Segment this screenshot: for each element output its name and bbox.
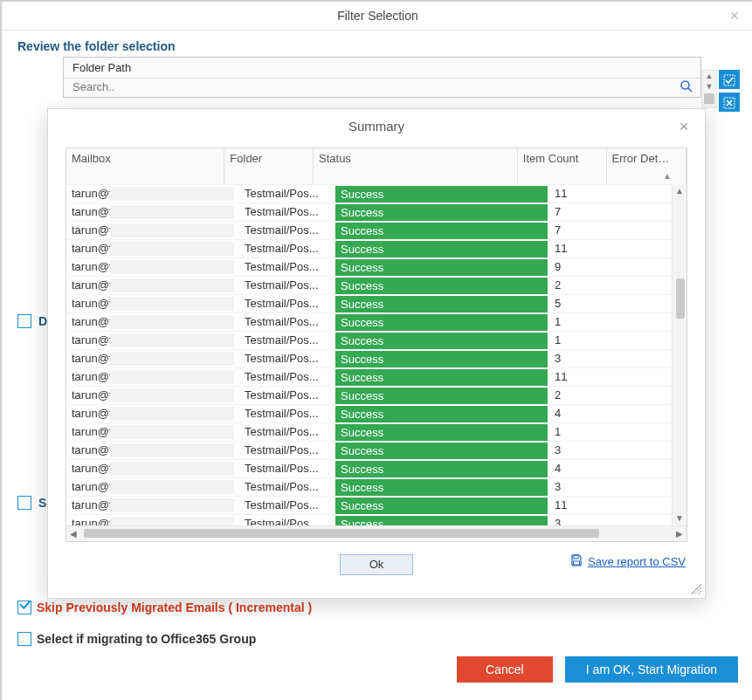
- status-badge: Success: [335, 388, 548, 404]
- summary-modal: Summary × Mailbox Folder Status Item Cou…: [47, 108, 706, 599]
- window-title: Filter Selection: [337, 9, 418, 23]
- office365-group-label: Select if migrating to Office365 Group: [37, 632, 256, 646]
- mailbox-prefix: tarun@f: [72, 258, 112, 276]
- status-badge: Success: [335, 498, 548, 514]
- cell-folder: Testmail/Pos...: [239, 477, 335, 496]
- side-toggle-buttons: [719, 70, 740, 115]
- checkbox-d[interactable]: [17, 314, 31, 328]
- save-report-csv-link[interactable]: Save report to CSV: [570, 554, 686, 569]
- cell-status: Success: [335, 422, 549, 441]
- table-row[interactable]: tarun@fTestmail/Pos...Success4: [66, 459, 686, 477]
- select-all-button[interactable]: [719, 70, 740, 89]
- table-row[interactable]: tarun@fTestmail/Pos...Success7: [66, 202, 686, 221]
- status-badge: Success: [335, 204, 548, 221]
- table-row[interactable]: tarun@fTestmail/Pos...Success2: [66, 276, 686, 294]
- cell-mailbox: tarun@f: [66, 496, 239, 514]
- table-row[interactable]: tarun@fTestmail/Pos...Success11: [66, 496, 686, 514]
- table-row[interactable]: tarun@fTestmail/Pos...Success11: [66, 239, 686, 257]
- table-row[interactable]: tarun@fTestmail/Pos...Success11: [66, 367, 686, 386]
- mailbox-redacted: [110, 517, 234, 525]
- cell-status: Success: [335, 441, 549, 459]
- table-row[interactable]: tarun@fTestmail/Pos...Success2: [66, 386, 686, 404]
- option-s-label: S: [38, 496, 46, 510]
- start-migration-button[interactable]: I am OK, Start Migration: [565, 656, 738, 683]
- scroll-down-icon[interactable]: ▼: [673, 511, 686, 525]
- table-row[interactable]: tarun@fTestmail/Pos...Success3: [66, 477, 686, 496]
- cell-mailbox: tarun@f: [66, 367, 239, 386]
- summary-grid: Mailbox Folder Status Item Count Error D…: [66, 148, 687, 542]
- mailbox-prefix: tarun@f: [72, 313, 112, 331]
- checkbox-office365-group[interactable]: [17, 632, 31, 646]
- mailbox-redacted: [110, 297, 234, 311]
- col-header-item-count[interactable]: Item Count: [518, 148, 607, 184]
- cell-status: Success: [335, 276, 549, 294]
- option-row-d[interactable]: D: [17, 314, 47, 328]
- save-report-csv-label: Save report to CSV: [588, 555, 686, 568]
- summary-close-button[interactable]: ×: [673, 109, 694, 144]
- table-row[interactable]: tarun@fTestmail/Pos...Success3: [66, 441, 686, 459]
- cell-status: Success: [335, 477, 549, 496]
- grid-body: tarun@fTestmail/Pos...Success11tarun@fTe…: [66, 184, 686, 525]
- cancel-button[interactable]: Cancel: [457, 656, 553, 683]
- cell-item-count: 3: [549, 441, 645, 459]
- table-row[interactable]: tarun@fTestmail/Pos...Success7: [66, 221, 686, 239]
- folder-path-search-input[interactable]: [64, 79, 700, 97]
- scroll-thumb[interactable]: [84, 529, 599, 538]
- table-row[interactable]: tarun@fTestmail/Pos...Success4: [66, 404, 686, 422]
- scroll-left-icon[interactable]: ◀: [66, 526, 80, 541]
- table-row[interactable]: tarun@fTestmail/Pos...Success1: [66, 312, 686, 331]
- search-icon[interactable]: [680, 79, 693, 93]
- scroll-up-icon[interactable]: ▲: [702, 71, 716, 81]
- mailbox-redacted: [110, 260, 234, 274]
- col-header-error-label: Error Det…: [612, 152, 670, 165]
- option-row-s[interactable]: S: [17, 496, 46, 510]
- col-header-status[interactable]: Status: [314, 148, 518, 184]
- cell-folder: Testmail/Pos...: [239, 294, 335, 312]
- window-close-button[interactable]: ×: [724, 2, 745, 30]
- checkbox-s[interactable]: [17, 496, 31, 510]
- summary-titlebar: Summary ×: [48, 109, 705, 144]
- grid-horizontal-scrollbar[interactable]: ◀ ▶: [66, 525, 686, 541]
- deselect-all-button[interactable]: [719, 93, 740, 112]
- col-header-error-details[interactable]: Error Det… ▲: [607, 148, 686, 184]
- option-row-office365-group[interactable]: Select if migrating to Office365 Group: [17, 632, 256, 646]
- col-header-folder[interactable]: Folder: [224, 148, 314, 184]
- table-row[interactable]: tarun@fTestmail/Pos...Success3: [66, 514, 686, 525]
- table-row[interactable]: tarun@fTestmail/Pos...Success1: [66, 422, 686, 441]
- folder-path-scrollbar[interactable]: ▲ ▼: [701, 70, 717, 108]
- cell-status: Success: [335, 312, 549, 331]
- grid-vertical-scrollbar[interactable]: ▲ ▼: [672, 184, 686, 525]
- cell-status: Success: [335, 496, 549, 514]
- table-row[interactable]: tarun@fTestmail/Pos...Success3: [66, 349, 686, 367]
- ok-button[interactable]: Ok: [340, 554, 413, 575]
- scroll-up-icon[interactable]: ▲: [673, 184, 686, 198]
- cell-mailbox: tarun@f: [66, 404, 239, 422]
- cell-folder: Testmail/Pos...: [239, 459, 335, 477]
- scroll-down-icon[interactable]: ▼: [702, 81, 716, 92]
- cell-folder: Testmail/Pos...: [239, 257, 335, 276]
- mailbox-prefix: tarun@f: [72, 442, 112, 459]
- mailbox-redacted: [110, 278, 234, 292]
- mailbox-redacted: [110, 352, 234, 366]
- status-badge: Success: [335, 406, 548, 422]
- table-row[interactable]: tarun@fTestmail/Pos...Success9: [66, 257, 686, 276]
- cell-item-count: 2: [549, 386, 645, 404]
- scroll-thumb[interactable]: [676, 278, 685, 319]
- table-row[interactable]: tarun@fTestmail/Pos...Success11: [66, 184, 686, 202]
- summary-title: Summary: [348, 119, 404, 134]
- col-header-mailbox[interactable]: Mailbox: [66, 148, 224, 184]
- review-heading: Review the folder selection: [2, 31, 752, 57]
- cell-mailbox: tarun@f: [66, 294, 239, 312]
- cell-status: Success: [335, 202, 549, 221]
- checkbox-skip-previously-migrated[interactable]: [17, 600, 31, 614]
- option-row-skip-previously-migrated[interactable]: Skip Previously Migrated Emails ( Increm…: [17, 600, 312, 614]
- resize-grip-icon[interactable]: [691, 584, 701, 594]
- table-row[interactable]: tarun@fTestmail/Pos...Success1: [66, 331, 686, 349]
- scroll-right-icon[interactable]: ▶: [673, 526, 686, 541]
- table-row[interactable]: tarun@fTestmail/Pos...Success5: [66, 294, 686, 312]
- cell-item-count: 5: [549, 294, 645, 312]
- cell-folder: Testmail/Pos...: [239, 422, 335, 441]
- filter-selection-window: Filter Selection × Review the folder sel…: [2, 2, 752, 700]
- scroll-thumb[interactable]: [704, 93, 714, 104]
- status-badge: Success: [335, 241, 548, 257]
